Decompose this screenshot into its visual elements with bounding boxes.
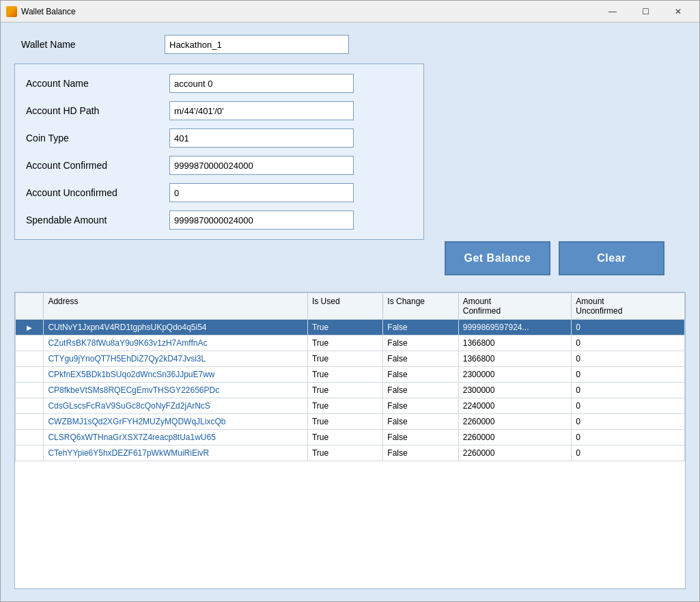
coin-type-input[interactable]	[169, 128, 354, 148]
content-area: Wallet Name Account Name Account HD Path…	[1, 23, 699, 601]
hd-path-row: Account HD Path	[26, 101, 412, 120]
table-wrapper[interactable]: Address Is Used Is Change AmountConfirme…	[15, 292, 685, 588]
clear-button[interactable]: Clear	[559, 241, 664, 275]
row-unconfirmed: 0	[572, 430, 685, 446]
table-row[interactable]: CTYgu9jYnoQT7H5EhDiZ7Qy2kD47Jvsi3LTrueFa…	[16, 351, 685, 367]
table-row[interactable]: CZutRsBK78fWu8aY9u9K63v1zH7AmffnAcTrueFa…	[16, 336, 685, 351]
coin-type-row: Coin Type	[26, 128, 412, 148]
row-arrow	[16, 398, 44, 414]
row-confirmed: 2300000	[458, 383, 572, 398]
table-row[interactable]: CLSRQ6xWTHnaGrXSX7Z4reacp8tUa1wU65TrueFa…	[16, 430, 685, 446]
row-arrow	[16, 351, 44, 367]
maximize-button[interactable]: ☐	[630, 3, 661, 20]
col-header-address: Address	[44, 293, 307, 320]
table-row[interactable]: CP8fkbeVtSMs8RQECgEmvTHSGY22656PDcTrueFa…	[16, 383, 685, 398]
table-row[interactable]: CPkfnEX5BDk1bSUqo2dWncSn36JJpuE7wwTrueFa…	[16, 367, 685, 383]
row-unconfirmed: 0	[572, 446, 685, 461]
table-row[interactable]: CTehYYpie6Y5hxDEZF617pWkWMuiRiEivRTrueFa…	[16, 446, 685, 461]
row-is-used: True	[307, 367, 382, 383]
account-unconfirmed-row: Account Unconfirmed	[26, 183, 412, 202]
row-arrow	[16, 414, 44, 430]
wallet-name-input[interactable]	[165, 35, 349, 54]
row-confirmed: 2300000	[458, 367, 572, 383]
col-header-unconfirmed: AmountUnconfirmed	[572, 293, 685, 320]
row-unconfirmed: 0	[572, 383, 685, 398]
row-address: CLSRQ6xWTHnaGrXSX7Z4reacp8tUa1wU65	[44, 430, 307, 446]
account-name-label: Account Name	[26, 78, 169, 89]
row-is-change: False	[383, 398, 458, 414]
row-is-used: True	[307, 320, 382, 336]
row-address: CWZBMJ1sQd2XGrFYH2MUZyMQDWqJLixcQb	[44, 414, 307, 430]
row-arrow	[16, 383, 44, 398]
address-table-section: Address Is Used Is Change AmountConfirme…	[14, 292, 686, 589]
row-address: CTYgu9jYnoQT7H5EhDiZ7Qy2kD47Jvsi3L	[44, 351, 307, 367]
action-buttons-area: Get Balance Clear	[424, 64, 664, 275]
row-is-used: True	[307, 351, 382, 367]
row-confirmed: 2260000	[458, 414, 572, 430]
row-unconfirmed: 0	[572, 367, 685, 383]
row-confirmed: 9999869597924...	[458, 320, 572, 336]
title-bar-text: Wallet Balance	[21, 7, 597, 16]
col-header-arrow	[16, 293, 44, 320]
account-unconfirmed-label: Account Unconfirmed	[26, 187, 169, 198]
row-is-change: False	[383, 414, 458, 430]
col-header-isused: Is Used	[307, 293, 382, 320]
row-is-used: True	[307, 430, 382, 446]
account-name-input[interactable]	[169, 74, 354, 93]
row-is-used: True	[307, 446, 382, 461]
account-confirmed-input[interactable]	[169, 156, 354, 175]
row-unconfirmed: 0	[572, 398, 685, 414]
spendable-input[interactable]	[169, 210, 354, 230]
row-arrow	[16, 430, 44, 446]
row-confirmed: 2240000	[458, 398, 572, 414]
row-address: CdsGLscsFcRaV9SuGc8cQoNyFZd2jArNcS	[44, 398, 307, 414]
spendable-label: Spendable Amount	[26, 215, 169, 225]
table-header-row: Address Is Used Is Change AmountConfirme…	[16, 293, 685, 320]
row-address: CUtNvY1Jxpn4V4RD1tgphsUKpQdo4q5i54	[44, 320, 307, 336]
wallet-name-row: Wallet Name	[21, 35, 686, 54]
coin-type-label: Coin Type	[26, 133, 169, 143]
title-bar-buttons: — ☐ ✕	[597, 3, 694, 20]
row-is-change: False	[383, 446, 458, 461]
row-address: CP8fkbeVtSMs8RQECgEmvTHSGY22656PDc	[44, 383, 307, 398]
table-row[interactable]: CdsGLscsFcRaV9SuGc8cQoNyFZd2jArNcSTrueFa…	[16, 398, 685, 414]
row-is-change: False	[383, 367, 458, 383]
account-confirmed-label: Account Confirmed	[26, 160, 169, 171]
row-is-used: True	[307, 398, 382, 414]
account-unconfirmed-input[interactable]	[169, 183, 354, 202]
wallet-name-label: Wallet Name	[21, 39, 151, 50]
row-is-change: False	[383, 430, 458, 446]
table-row[interactable]: CWZBMJ1sQd2XGrFYH2MUZyMQDWqJLixcQbTrueFa…	[16, 414, 685, 430]
row-unconfirmed: 0	[572, 336, 685, 351]
hd-path-label: Account HD Path	[26, 105, 169, 116]
hd-path-input[interactable]	[169, 101, 354, 120]
account-name-row: Account Name	[26, 74, 412, 93]
table-row[interactable]: ▶CUtNvY1Jxpn4V4RD1tgphsUKpQdo4q5i54TrueF…	[16, 320, 685, 336]
row-arrow	[16, 336, 44, 351]
row-is-change: False	[383, 351, 458, 367]
minimize-button[interactable]: —	[597, 3, 628, 20]
close-button[interactable]: ✕	[662, 3, 694, 20]
row-is-used: True	[307, 414, 382, 430]
row-is-used: True	[307, 336, 382, 351]
row-is-change: False	[383, 320, 458, 336]
get-balance-button[interactable]: Get Balance	[445, 241, 550, 275]
main-window: Wallet Balance — ☐ ✕ Wallet Name Account…	[0, 0, 700, 602]
row-confirmed: 2260000	[458, 446, 572, 461]
account-box: Account Name Account HD Path Coin Type A…	[14, 64, 424, 240]
table-body: ▶CUtNvY1Jxpn4V4RD1tgphsUKpQdo4q5i54TrueF…	[16, 320, 685, 461]
row-unconfirmed: 0	[572, 351, 685, 367]
row-unconfirmed: 0	[572, 414, 685, 430]
row-is-change: False	[383, 336, 458, 351]
col-header-ischange: Is Change	[383, 293, 458, 320]
row-arrow: ▶	[16, 320, 44, 336]
row-is-used: True	[307, 383, 382, 398]
title-bar: Wallet Balance — ☐ ✕	[1, 1, 699, 23]
account-confirmed-row: Account Confirmed	[26, 156, 412, 175]
row-unconfirmed: 0	[572, 320, 685, 336]
row-address: CZutRsBK78fWu8aY9u9K63v1zH7AmffnAc	[44, 336, 307, 351]
row-arrow	[16, 367, 44, 383]
col-header-confirmed: AmountConfirmed	[458, 293, 572, 320]
app-icon	[6, 6, 17, 17]
row-confirmed: 1366800	[458, 351, 572, 367]
